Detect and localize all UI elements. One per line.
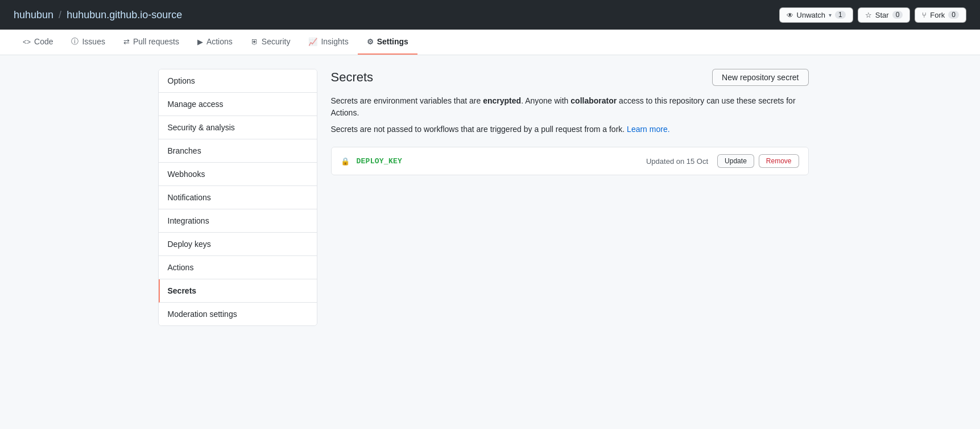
sidebar-item-options-label: Options [168,76,195,85]
new-repository-secret-button[interactable]: New repository secret [712,69,808,86]
secrets-description-1: Secrets are environment variables that a… [331,95,809,119]
issues-icon [71,36,78,47]
settings-icon [367,38,374,46]
sidebar-item-actions-label: Actions [168,263,194,272]
sidebar-item-webhooks-label: Webhooks [168,170,205,179]
actions-icon [197,38,203,46]
sidebar-item-security-analysis-label: Security & analysis [168,123,235,132]
tab-code[interactable]: Code [14,30,62,55]
secrets-description-2: Secrets are not passed to workflows that… [331,123,809,135]
secret-actions: Update Remove [717,154,799,168]
tab-security-label: Security [262,37,291,46]
tab-actions[interactable]: Actions [188,30,242,55]
star-label: Star [875,11,889,19]
collaborator-text: collaborator [570,96,617,105]
lock-icon [341,156,350,166]
secret-name: DEPLOY_KEY [357,157,403,166]
sidebar-item-notifications[interactable]: Notifications [159,186,317,209]
sidebar-item-manage-access[interactable]: Manage access [159,93,317,116]
insights-icon [308,38,317,46]
tab-settings-label: Settings [377,37,408,46]
encrypted-text: encrypted [483,96,521,105]
tab-pull-requests[interactable]: Pull requests [114,30,188,55]
tab-issues[interactable]: Issues [62,30,114,55]
learn-more-link[interactable]: Learn more. [627,125,669,134]
unwatch-button[interactable]: Unwatch ▾ 1 [779,7,853,23]
unwatch-count: 1 [835,11,846,19]
sidebar-item-secrets-label: Secrets [168,286,197,295]
sidebar-item-webhooks[interactable]: Webhooks [159,163,317,186]
fork-count: 0 [948,11,959,19]
main-content: Secrets New repository secret Secrets ar… [317,69,822,326]
sidebar-item-secrets[interactable]: Secrets [159,279,317,303]
sidebar-item-branches[interactable]: Branches [159,139,317,163]
tab-security[interactable]: Security [242,30,300,55]
repo-link[interactable]: huhubun.github.io-source [67,9,182,20]
secrets-header: Secrets New repository secret [331,69,809,86]
owner-link[interactable]: huhubun [14,9,53,20]
tab-settings[interactable]: Settings [358,30,417,55]
nav-tabs: Code Issues Pull requests Actions Securi… [0,30,980,55]
sidebar-item-options[interactable]: Options [159,69,317,93]
sidebar-item-security-analysis[interactable]: Security & analysis [159,116,317,139]
sidebar-item-deploy-keys[interactable]: Deploy keys [159,233,317,256]
sidebar-item-moderation-settings[interactable]: Moderation settings [159,303,317,325]
secret-row: DEPLOY_KEY Updated on 15 Oct Update Remo… [332,147,808,175]
sidebar-item-deploy-keys-label: Deploy keys [168,240,211,249]
tab-pr-label: Pull requests [133,37,179,46]
secret-updated: Updated on 15 Oct [646,157,708,166]
remove-secret-button[interactable]: Remove [759,154,799,168]
tab-code-label: Code [34,37,53,46]
star-count: 0 [892,11,903,19]
secrets-title: Secrets [331,70,374,85]
breadcrumb-separator: / [59,9,61,20]
chevron-down-icon: ▾ [829,12,832,18]
fork-label: Fork [930,11,945,19]
code-icon [23,38,31,46]
eye-icon [787,11,793,19]
tab-issues-label: Issues [82,37,105,46]
sidebar-item-notifications-label: Notifications [168,193,211,202]
star-icon [865,11,872,19]
update-secret-button[interactable]: Update [717,154,754,168]
repo-breadcrumb: huhubun / huhubun.github.io-source [14,9,182,21]
settings-sidebar: Options Manage access Security & analysi… [158,69,317,326]
pr-icon [123,38,130,46]
sidebar-item-integrations-label: Integrations [168,216,209,225]
tab-insights-label: Insights [321,37,348,46]
page-content: Options Manage access Security & analysi… [149,55,832,340]
sidebar-item-moderation-settings-label: Moderation settings [168,310,237,319]
unwatch-label: Unwatch [797,11,826,19]
fork-button[interactable]: Fork 0 [915,7,966,23]
sidebar-item-manage-access-label: Manage access [168,100,224,109]
tab-actions-label: Actions [206,37,233,46]
sidebar-item-integrations[interactable]: Integrations [159,209,317,233]
security-icon [251,38,258,46]
top-header: huhubun / huhubun.github.io-source Unwat… [0,0,980,30]
fork-icon [922,11,927,19]
sidebar-item-branches-label: Branches [168,146,201,155]
sidebar-item-actions[interactable]: Actions [159,256,317,279]
tab-insights[interactable]: Insights [299,30,357,55]
header-actions: Unwatch ▾ 1 Star 0 Fork 0 [779,7,966,23]
star-button[interactable]: Star 0 [858,7,911,23]
secrets-list: DEPLOY_KEY Updated on 15 Oct Update Remo… [331,147,809,175]
